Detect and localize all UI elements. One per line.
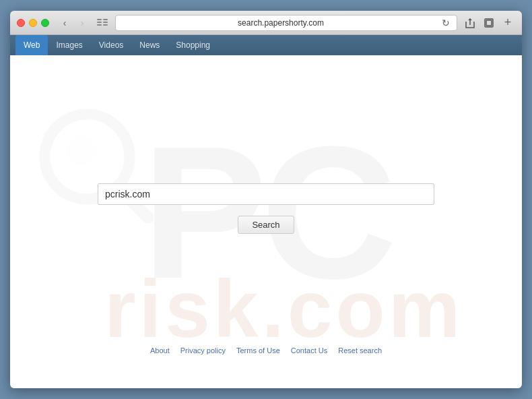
add-tab-button[interactable]: + xyxy=(500,16,515,30)
svg-rect-5 xyxy=(103,24,108,26)
nav-bar: Web Images Videos News Shopping xyxy=(10,35,522,55)
terms-link[interactable]: Terms of Use xyxy=(236,346,280,355)
close-button[interactable] xyxy=(17,19,25,27)
maximize-button[interactable] xyxy=(41,19,49,27)
refresh-button[interactable]: ↻ xyxy=(440,18,451,28)
page-content: PC risk.com Search About Privacy policy … xyxy=(10,55,522,388)
about-link[interactable]: About xyxy=(150,346,170,355)
svg-point-10 xyxy=(66,135,96,166)
new-tab-button[interactable] xyxy=(481,16,496,30)
search-button[interactable]: Search xyxy=(238,216,294,234)
forward-button[interactable]: › xyxy=(75,16,90,30)
tab-videos[interactable]: Videos xyxy=(91,35,131,55)
address-bar-container[interactable]: ↻ xyxy=(115,15,457,31)
svg-rect-0 xyxy=(97,19,102,20)
address-bar[interactable] xyxy=(121,18,440,28)
svg-rect-3 xyxy=(103,19,108,20)
watermark-risk-text: risk.com xyxy=(104,262,464,355)
nav-buttons: ‹ › xyxy=(57,16,90,30)
tab-news[interactable]: News xyxy=(131,35,168,55)
browser-window: ‹ › ↻ xyxy=(10,11,522,388)
tab-images[interactable]: Images xyxy=(48,35,90,55)
minimize-button[interactable] xyxy=(29,19,37,27)
svg-rect-2 xyxy=(97,24,102,26)
svg-rect-4 xyxy=(103,22,108,23)
title-bar: ‹ › ↻ xyxy=(10,11,522,35)
share-button[interactable] xyxy=(463,16,477,30)
search-input[interactable] xyxy=(98,183,434,205)
traffic-lights xyxy=(17,19,49,27)
svg-rect-8 xyxy=(486,20,492,26)
search-input-wrapper xyxy=(98,183,434,205)
tab-web[interactable]: Web xyxy=(15,35,48,55)
reader-button[interactable] xyxy=(95,16,110,30)
tab-shopping[interactable]: Shopping xyxy=(168,35,218,55)
search-container: Search xyxy=(10,183,522,234)
footer-links: About Privacy policy Terms of Use Contac… xyxy=(150,346,382,355)
back-button[interactable]: ‹ xyxy=(57,16,72,30)
contact-link[interactable]: Contact Us xyxy=(291,346,327,355)
toolbar-right: + xyxy=(463,16,515,30)
svg-rect-1 xyxy=(97,22,102,23)
privacy-link[interactable]: Privacy policy xyxy=(180,346,226,355)
reset-link[interactable]: Reset search xyxy=(338,346,382,355)
